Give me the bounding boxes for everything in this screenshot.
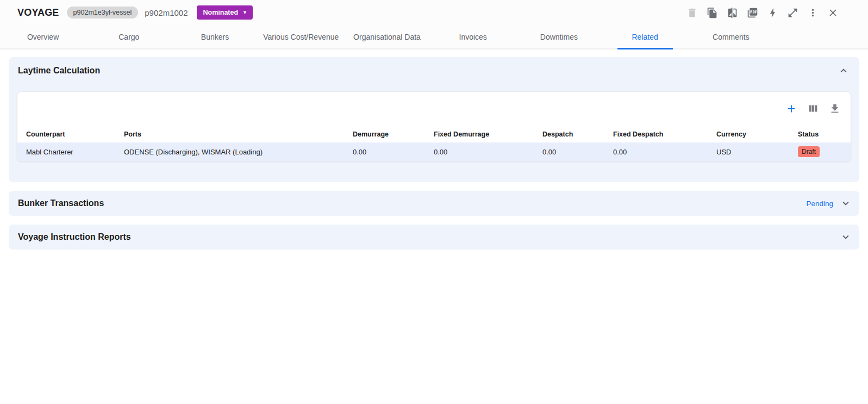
column-header-currency: Currency <box>716 130 798 138</box>
tab-invoices[interactable]: Invoices <box>430 25 516 48</box>
page-title: VOYAGE <box>17 7 59 18</box>
compare-icon[interactable] <box>724 4 740 21</box>
status-dropdown-label: Nominated <box>203 9 239 16</box>
caret-down-icon: ▼ <box>242 10 247 15</box>
column-header-demurrage: Demurrage <box>353 130 434 138</box>
bunker-transactions-title: Bunker Transactions <box>18 198 104 208</box>
expand-icon[interactable] <box>784 4 801 21</box>
column-header-fixed-despatch: Fixed Despatch <box>613 130 716 138</box>
more-vert-icon[interactable] <box>804 4 821 21</box>
column-header-ports: Ports <box>124 130 353 138</box>
cell-counterpart: Mabl Charterer <box>26 148 124 156</box>
add-row-icon[interactable] <box>782 100 801 118</box>
cell-demurrage: 0.00 <box>353 148 434 156</box>
tab-overview[interactable]: Overview <box>0 25 86 48</box>
tab-downtimes[interactable]: Downtimes <box>516 25 602 48</box>
title-bar: VOYAGE p902m1e3yl-vessel p902m1002 Nomin… <box>0 0 868 25</box>
tab-bunkers[interactable]: Bunkers <box>172 25 258 48</box>
column-header-status: Status <box>798 130 851 138</box>
close-icon[interactable] <box>825 4 841 21</box>
column-header-fixed-demurrage: Fixed Demurrage <box>434 130 542 138</box>
status-badge: Draft <box>798 146 820 157</box>
vessel-chip: p902m1e3yl-vessel <box>67 7 139 18</box>
copy-icon[interactable] <box>704 4 720 21</box>
tab-cargo[interactable]: Cargo <box>86 25 172 48</box>
window-chrome: VOYAGE p902m1e3yl-vessel p902m1002 Nomin… <box>0 0 868 49</box>
table-row[interactable]: Mabl Charterer ODENSE (Discharging), WIS… <box>17 142 851 161</box>
cell-fixed-despatch: 0.00 <box>613 148 716 156</box>
cell-despatch: 0.00 <box>542 148 613 156</box>
cell-currency: USD <box>716 148 798 156</box>
status-dropdown[interactable]: Nominated ▼ <box>197 5 253 20</box>
laytime-table-header: Counterpart Ports Demurrage Fixed Demurr… <box>17 126 851 142</box>
columns-icon[interactable] <box>804 100 822 118</box>
related-tab-content: Laytime Calculation Counterpart Ports <box>0 49 868 257</box>
voyage-id: p902m1002 <box>145 8 188 17</box>
laytime-calculation-section: Laytime Calculation Counterpart Ports <box>9 57 859 182</box>
tab-related[interactable]: Related <box>602 25 688 48</box>
laytime-table-toolbar <box>17 92 851 126</box>
tab-comments[interactable]: Comments <box>688 25 774 48</box>
header-actions <box>684 4 857 21</box>
pending-link[interactable]: Pending <box>806 200 833 208</box>
pdf-icon[interactable] <box>744 4 760 21</box>
cell-fixed-demurrage: 0.00 <box>434 148 542 156</box>
laytime-table-card: Counterpart Ports Demurrage Fixed Demurr… <box>17 91 851 161</box>
bunker-transactions-section[interactable]: Bunker Transactions Pending <box>9 191 859 216</box>
download-icon[interactable] <box>826 100 844 118</box>
chevron-up-icon[interactable] <box>838 65 850 77</box>
tab-organisational-data[interactable]: Organisational Data <box>344 25 430 48</box>
chevron-down-icon[interactable] <box>840 197 852 209</box>
laytime-section-header[interactable]: Laytime Calculation <box>9 57 859 84</box>
tab-bar: Overview Cargo Bunkers Various Cost/Reve… <box>0 25 774 48</box>
voyage-instruction-reports-section[interactable]: Voyage Instruction Reports <box>9 225 859 250</box>
voyage-instruction-reports-title: Voyage Instruction Reports <box>18 232 131 242</box>
chevron-down-icon[interactable] <box>840 231 852 243</box>
tab-various-cost-revenue[interactable]: Various Cost/Revenue <box>258 25 344 48</box>
laytime-section-title: Laytime Calculation <box>18 66 100 76</box>
delete-icon[interactable] <box>684 4 700 21</box>
cell-ports: ODENSE (Discharging), WISMAR (Loading) <box>124 148 353 156</box>
column-header-counterpart: Counterpart <box>26 130 124 138</box>
bolt-icon[interactable] <box>764 4 780 21</box>
column-header-despatch: Despatch <box>542 130 613 138</box>
